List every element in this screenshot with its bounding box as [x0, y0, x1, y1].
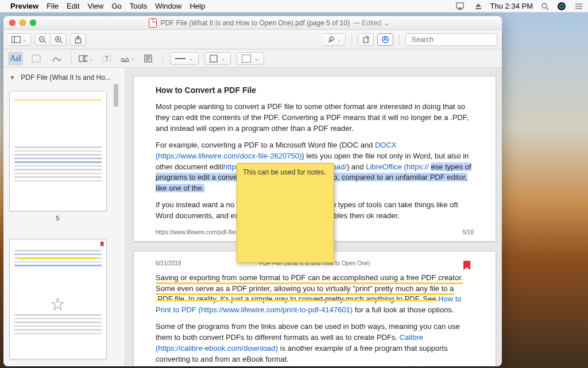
- main-toolbar: ⌄ ⌄: [3, 30, 502, 49]
- svg-text:T: T: [105, 56, 109, 62]
- siri-icon[interactable]: [557, 2, 566, 11]
- svg-rect-39: [210, 55, 217, 62]
- toolbar-separator: [351, 34, 352, 45]
- svg-line-19: [60, 41, 62, 43]
- note-tool[interactable]: [141, 52, 156, 65]
- sidebar-view-button[interactable]: ⌄: [8, 33, 31, 46]
- pdf-file-icon: [149, 18, 157, 28]
- star-annotation-icon: ☆: [50, 294, 65, 314]
- zoom-out-button[interactable]: [34, 33, 51, 46]
- line-weight-picker[interactable]: ⌄: [170, 52, 199, 65]
- page6-p2: Some of the programs from the links abov…: [156, 321, 474, 365]
- search-input[interactable]: [412, 36, 498, 44]
- advertisement-label: Advertisement: [318, 296, 347, 303]
- zoom-segment: [34, 33, 67, 46]
- search-field[interactable]: [405, 33, 497, 46]
- disclosure-triangle-icon[interactable]: ▼: [9, 74, 16, 81]
- text-selection-tool[interactable]: AaI: [8, 52, 23, 65]
- rotate-button[interactable]: [358, 33, 374, 46]
- toolbar-separator: [399, 34, 400, 45]
- macos-menubar: Preview File Edit View Go Tools Window H…: [0, 0, 588, 13]
- zoom-in-button[interactable]: [51, 33, 67, 46]
- menu-help[interactable]: Help: [189, 2, 205, 10]
- highlight-segment: ⌄: [324, 33, 346, 46]
- menubar-clock[interactable]: Thu 2:34 PM: [490, 2, 533, 10]
- page5-heading: How to Convert a PDF File: [156, 84, 474, 96]
- svg-point-6: [558, 2, 566, 10]
- bookmark-icon[interactable]: [463, 261, 470, 270]
- zoom-button[interactable]: [30, 20, 36, 26]
- libreoffice-link[interactable]: LibreOffice (https://: [366, 162, 429, 171]
- sidebar-file-title: PDF File (What It Is and Ho...: [21, 73, 111, 82]
- airplay-icon[interactable]: [456, 2, 466, 10]
- svg-line-5: [546, 7, 548, 10]
- title-text: PDF File (What It Is and How to Open One…: [160, 19, 349, 27]
- view-mode-segment: ⌄: [8, 33, 31, 46]
- instant-alpha-tool[interactable]: [49, 52, 64, 65]
- shapes-tool[interactable]: ⌄: [79, 52, 94, 65]
- highlight-button[interactable]: ⌄: [324, 33, 346, 46]
- menu-view[interactable]: View: [88, 2, 104, 10]
- svg-rect-11: [12, 36, 21, 42]
- svg-point-30: [83, 56, 88, 61]
- fill-color-picker[interactable]: ⌄: [237, 52, 264, 65]
- svg-marker-2: [475, 3, 481, 7]
- thumbnail-list[interactable]: 5 ☆: [8, 84, 107, 366]
- text-tool[interactable]: T: [99, 52, 114, 65]
- markup-separator: [71, 53, 72, 64]
- minimize-button[interactable]: [20, 20, 26, 26]
- sign-tool[interactable]: ⌄: [120, 52, 135, 65]
- app-name[interactable]: Preview: [10, 2, 38, 10]
- svg-rect-3: [475, 8, 481, 9]
- scrollbar-thumb[interactable]: [114, 84, 118, 107]
- svg-rect-23: [363, 38, 368, 42]
- page6-p1: Saving or exporting from some format to …: [156, 273, 474, 316]
- border-color-picker[interactable]: ⌄: [204, 52, 231, 65]
- sticky-note[interactable]: This can be used for notes.: [237, 163, 334, 263]
- page6-date: 6/21/2018: [156, 259, 181, 268]
- page-thumbnail-6[interactable]: ☆: [9, 239, 107, 359]
- sidebar-file-header[interactable]: ▼ PDF File (What It Is and Ho...: [8, 71, 120, 84]
- thumbnails-sidebar: ▼ PDF File (What It Is and Ho... 5: [3, 68, 125, 366]
- thumbnail-number: 5: [8, 215, 107, 222]
- footer-page-num: 5/10: [463, 228, 474, 237]
- notification-center-icon[interactable]: [574, 2, 583, 10]
- svg-line-15: [44, 41, 47, 43]
- markup-separator: [163, 53, 163, 64]
- sidebar-scrollbar[interactable]: [112, 84, 120, 366]
- close-button[interactable]: [9, 20, 16, 26]
- markup-toolbar: AaI ⌄ T ⌄ ⌄ ⌄ ⌄: [3, 49, 502, 68]
- menu-edit[interactable]: Edit: [67, 2, 79, 10]
- window-titlebar[interactable]: PDF File (What It Is and How to Open One…: [3, 16, 502, 30]
- markup-button[interactable]: [377, 33, 393, 46]
- page5-p1: Most people wanting to convert a PDF fil…: [156, 102, 474, 134]
- eject-icon[interactable]: [474, 2, 482, 10]
- highlighted-text: Saving or exporting from some format to …: [156, 273, 463, 295]
- menu-go[interactable]: Go: [111, 2, 121, 10]
- menu-window[interactable]: Window: [155, 2, 181, 10]
- pdf-page-6: 6/21/2018 PDF File (What It Is and How t…: [133, 251, 496, 366]
- svg-rect-0: [457, 3, 463, 8]
- window-traffic-lights: [9, 20, 36, 26]
- page-thumbnail-5[interactable]: [9, 91, 107, 211]
- preview-window: PDF File (What It Is and How to Open One…: [3, 16, 502, 366]
- share-button[interactable]: [70, 33, 86, 46]
- window-title: PDF File (What It Is and How to Open One…: [42, 18, 496, 28]
- menu-tools[interactable]: Tools: [130, 2, 147, 10]
- edited-indicator[interactable]: — Edited ⌄: [353, 19, 389, 27]
- menu-file[interactable]: File: [47, 2, 59, 10]
- svg-point-4: [542, 3, 547, 8]
- svg-rect-28: [32, 55, 40, 62]
- rectangular-selection-tool[interactable]: [29, 52, 44, 65]
- spotlight-icon[interactable]: [541, 2, 549, 10]
- sticky-note-text: This can be used for notes.: [243, 168, 326, 176]
